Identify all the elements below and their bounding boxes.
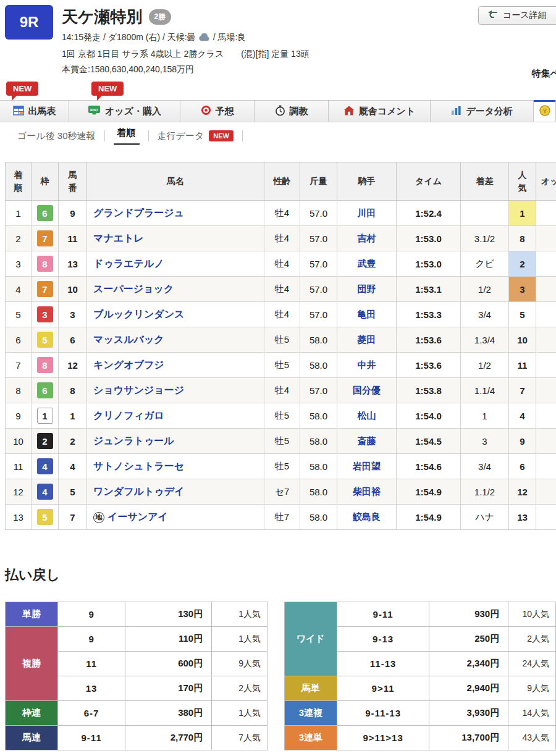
results-wrap: 着順 枠 馬番 馬名 性齢 斤量 騎手 タイム 着差 人気 オッズ 169グラン… [5,162,556,530]
horse-name-link[interactable]: ワンダフルトゥデイ [93,486,184,497]
svg-text:Y: Y [542,107,546,114]
tab-厩舎コメント[interactable]: 厩舎コメント [329,101,431,122]
jockey-link[interactable]: 菱田 [358,334,376,345]
horse-name-link[interactable]: サトノシュトラーセ [93,461,184,471]
popularity: 13 [509,505,536,530]
jockey-link[interactable]: 松山 [358,410,376,421]
carried-weight: 57.0 [300,277,337,302]
finish-position: 9 [6,403,32,429]
horse-name-link[interactable]: ジュンラトゥール [93,435,174,446]
table-row: 3813ドゥラエテルノ牡457.0武豊1:53.0クビ2 [6,251,556,277]
frame-number-box: 3 [37,306,53,322]
jockey-link[interactable]: 岩田望 [353,461,381,471]
odds-cell [536,327,556,353]
carried-weight: 58.0 [300,403,337,429]
horse-name-link[interactable]: マッスルバック [93,334,164,345]
jockey-link[interactable]: 鮫島良 [353,511,381,522]
finish-time: 1:53.0 [397,251,461,277]
jockey-cell: 中井 [337,353,397,378]
frame-number-box: 2 [37,433,53,449]
payout-combination: 9-11 [337,602,429,627]
popularity: 3 [509,277,536,302]
finish-position: 1 [6,201,32,226]
finish-time: 1:53.3 [397,302,461,327]
results-header-row: 着順 枠 馬番 馬名 性齢 斤量 騎手 タイム 着差 人気 オッズ [6,162,556,201]
table-row: 169グランドプラージュ牡457.0川田1:52.41 [6,201,556,226]
finish-position: 10 [6,429,32,454]
horse-name-link[interactable]: ショウサンジョージ [93,385,184,395]
jockey-link[interactable]: 柴田裕 [353,486,381,497]
sex-age: セ7 [264,479,300,505]
barn-icon [343,106,355,117]
odds-cell [536,454,556,479]
odds-cell [536,403,556,429]
margin: 3.1/2 [461,226,509,251]
popularity: 6 [509,454,536,479]
page: 9R 天ケ瀬特別 2勝 14:15発走 / ダ1800m (右) / 天候:曇 … [0,0,556,756]
frame-number-box: 5 [37,509,53,525]
finish-position: 7 [6,353,32,378]
popularity: 12 [509,479,536,505]
tab-データ分析[interactable]: データ分析 [431,101,534,122]
horse-name-cell: キングオブフジ [87,353,264,378]
frame-number-box: 7 [37,230,53,246]
jockey-link[interactable]: 斎藤 [358,435,376,446]
payout-table-left: 単勝9130円1人気複勝9110円1人気11600円9人気13170円2人気枠連… [5,602,267,750]
sex-age: 牡7 [264,505,300,530]
horse-number: 13 [59,251,87,277]
jockey-link[interactable]: 川田 [358,208,376,218]
horse-name-link[interactable]: スーパージョック [93,284,174,294]
tab-予想[interactable]: 予想 [180,101,255,122]
payout-type-label: 3連複 [285,701,337,726]
payout-popularity: 9人気 [212,652,267,676]
payout-combination: 13 [57,676,125,701]
frame-number-box: 5 [37,332,53,348]
payout-popularity: 24人気 [508,652,556,676]
jockey-cell: 柴田裕 [337,479,397,505]
jockey-link[interactable]: 武豊 [358,258,376,269]
going-info-text: / 馬場:良 [213,32,246,43]
jockey-link[interactable]: 亀田 [358,309,376,319]
payout-combination: 6-7 [57,701,125,726]
jockey-link[interactable]: 吉村 [358,233,376,243]
payout-row: 単勝9130円1人気 [6,602,267,627]
horse-name-link[interactable]: ブルックリンダンス [93,309,184,319]
course-detail-button[interactable]: コース詳細 [478,6,556,25]
jockey-link[interactable]: 中井 [358,359,376,370]
horse-name-link[interactable]: クリノフィガロ [93,410,164,421]
race-prize-line: 本賞金:1580,630,400,240,158万円 [62,64,556,75]
payout-popularity: 7人気 [212,726,267,750]
subnav-item-1[interactable]: 着順 [105,127,148,145]
finish-time: 1:54.9 [397,479,461,505]
table-row: 911クリノフィガロ牡558.0松山1:54.014 [6,403,556,429]
subnav-item-0[interactable]: ゴール後 30秒速報 [9,130,104,142]
odds-cell [536,353,556,378]
tab-調教[interactable]: 調教 [255,101,329,122]
odds-cell [536,479,556,505]
horse-name-link[interactable]: イーサンアイ [107,511,168,522]
special-feature-link[interactable]: 特集ペ [532,68,556,80]
horse-number: 4 [59,454,87,479]
horse-name-link[interactable]: マナエトレ [93,233,144,243]
tab-label: 予想 [216,106,234,117]
horse-name-link[interactable]: キングオブフジ [93,359,164,370]
table-row: 1245ワンダフルトゥデイセ758.0柴田裕1:54.91.1/212 [6,479,556,505]
popularity: 5 [509,302,536,327]
tab-オッズ・購入[interactable]: IPATオッズ・購入 [69,101,180,122]
subnav-item-2[interactable]: 走行データNEW [149,130,242,142]
payout-amount: 380円 [125,701,212,726]
popularity: 7 [509,378,536,403]
jockey-cell: 鮫島良 [337,505,397,530]
popularity: 9 [509,429,536,454]
frame-cell: 6 [32,201,59,226]
horse-name-link[interactable]: グランドプラージュ [93,208,184,218]
finish-time: 1:53.6 [397,353,461,378]
tab-出馬表[interactable]: 出馬表 [0,101,69,122]
horse-name-cell: ブルックリンダンス [87,302,264,327]
jockey-link[interactable]: 国分優 [353,385,381,395]
tab-partial[interactable]: Y [534,101,556,122]
horse-name-cell: ドゥラエテルノ [87,251,264,277]
horse-name-link[interactable]: ドゥラエテルノ [93,258,164,269]
popularity: 1 [509,201,536,226]
jockey-link[interactable]: 団野 [358,284,376,294]
